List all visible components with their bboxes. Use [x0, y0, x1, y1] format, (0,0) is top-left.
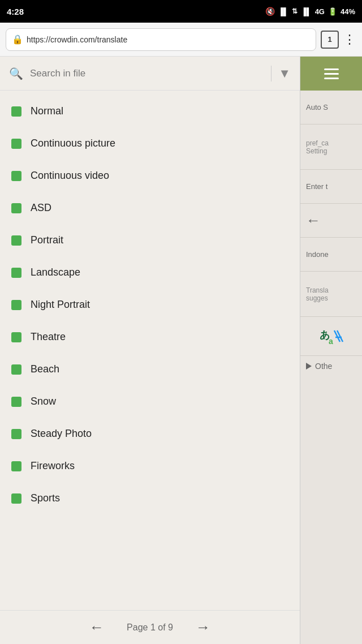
status-dot: [11, 332, 21, 342]
item-label: ASD: [31, 202, 51, 214]
list-item[interactable]: Landscape: [0, 256, 300, 289]
translate-icon-svg: あ a: [318, 326, 344, 346]
list-item[interactable]: Night Portrait: [0, 289, 300, 321]
pagination-bar: ← Page 1 of 9 →: [0, 610, 300, 644]
prev-page-button[interactable]: ←: [89, 619, 104, 636]
right-panel-other[interactable]: Othe: [300, 356, 362, 376]
item-label: Continuous video: [31, 170, 109, 182]
list-item[interactable]: Sports: [0, 482, 300, 514]
status-bar: 4:28 🔇 ▐▌ ⇅ ▐▌ 4G 🔋 44%: [0, 0, 362, 23]
hamburger-menu-button[interactable]: [324, 68, 339, 79]
triangle-icon: [306, 363, 312, 370]
signal-icon: ▐▌: [278, 7, 288, 16]
browser-bar: 🔒 https://crowdin.com/translate 1 ⋮: [0, 23, 362, 57]
status-dot: [11, 171, 21, 181]
mute-icon: 🔇: [265, 7, 275, 16]
status-dot: [11, 429, 21, 439]
page-info: Page 1 of 9: [127, 622, 173, 633]
right-panel-autosave[interactable]: Auto S: [300, 91, 362, 124]
list-item[interactable]: Continuous video: [0, 160, 300, 192]
status-time: 4:28: [7, 7, 24, 16]
list-item[interactable]: Fireworks: [0, 450, 300, 482]
network-label: 4G: [315, 7, 325, 16]
right-panel-pref[interactable]: pref_ca Setting: [300, 124, 362, 170]
battery-icon: 🔋: [328, 7, 337, 16]
item-label: Normal: [31, 105, 63, 117]
status-dot: [11, 106, 21, 117]
status-dot: [11, 461, 21, 471]
browser-menu-button[interactable]: ⋮: [343, 32, 356, 47]
item-label: Steady Photo: [31, 428, 92, 440]
vibrate-icon: ⇅: [292, 7, 298, 15]
right-panel-header[interactable]: [300, 57, 362, 91]
list-item[interactable]: Portrait: [0, 224, 300, 256]
right-panel-translate-icon-item[interactable]: あ a: [300, 317, 362, 356]
item-label: Sports: [31, 492, 60, 504]
search-bar: 🔍 ▼: [0, 57, 300, 91]
item-label: Landscape: [31, 267, 80, 278]
url-text: https://crowdin.com/translate: [27, 35, 127, 44]
tab-count-button[interactable]: 1: [321, 31, 339, 49]
next-page-button[interactable]: →: [196, 619, 210, 636]
list-item[interactable]: Theatre: [0, 321, 300, 353]
hamburger-line: [324, 73, 339, 75]
list-item[interactable]: Beach: [0, 353, 300, 385]
status-icons: 🔇 ▐▌ ⇅ ▐▌ 4G 🔋 44%: [265, 7, 355, 16]
list-item[interactable]: ASD: [0, 192, 300, 224]
item-label: Continuous picture: [31, 138, 115, 149]
search-input[interactable]: [30, 68, 264, 79]
item-label: Portrait: [31, 234, 63, 246]
status-dot: [11, 300, 21, 310]
search-divider: [271, 66, 272, 81]
status-dot: [11, 493, 21, 504]
right-panel-enter[interactable]: Enter t: [300, 170, 362, 204]
right-panel-back[interactable]: ←: [300, 204, 362, 238]
item-label: Beach: [31, 363, 59, 375]
right-panel-language[interactable]: Indone: [300, 238, 362, 272]
item-label: Theatre: [31, 331, 66, 343]
battery-level: 44%: [341, 7, 355, 16]
list-item[interactable]: Snow: [0, 385, 300, 418]
translate-icon: あ a: [317, 325, 346, 347]
hamburger-line: [324, 78, 339, 79]
status-dot: [11, 268, 21, 278]
pref-label: pref_ca Setting: [306, 139, 329, 155]
hamburger-line: [324, 68, 339, 70]
status-dot: [11, 364, 21, 375]
left-panel: 🔍 ▼ Normal Continuous picture Continuous…: [0, 57, 300, 644]
list-item[interactable]: Continuous picture: [0, 127, 300, 160]
lock-icon: 🔒: [12, 34, 23, 45]
autosave-label: Auto S: [306, 103, 328, 111]
status-dot: [11, 203, 21, 213]
status-dot: [11, 235, 21, 246]
status-dot: [11, 139, 21, 149]
enter-label: Enter t: [306, 182, 327, 191]
svg-text:a: a: [329, 337, 333, 346]
item-label: Snow: [31, 396, 56, 407]
list-item[interactable]: Steady Photo: [0, 418, 300, 450]
search-icon: 🔍: [9, 67, 23, 80]
language-label: Indone: [306, 250, 329, 259]
right-panel-translation[interactable]: Transla sugges: [300, 272, 362, 317]
other-label: Othe: [315, 362, 332, 371]
signal2-icon: ▐▌: [301, 7, 311, 16]
filter-icon[interactable]: ▼: [278, 66, 291, 81]
item-label: Fireworks: [31, 460, 75, 472]
status-dot: [11, 397, 21, 407]
item-label: Night Portrait: [31, 299, 90, 311]
list-item[interactable]: Normal: [0, 95, 300, 127]
back-arrow-icon[interactable]: ←: [306, 212, 321, 229]
url-box[interactable]: 🔒 https://crowdin.com/translate: [6, 28, 316, 51]
main-area: 🔍 ▼ Normal Continuous picture Continuous…: [0, 57, 362, 644]
time-display: 4:28: [7, 7, 24, 16]
right-panel: Auto S pref_ca Setting Enter t ← Indone …: [300, 57, 362, 644]
translation-list: Normal Continuous picture Continuous vid…: [0, 91, 300, 610]
translation-suggest-label: Transla sugges: [306, 286, 329, 302]
